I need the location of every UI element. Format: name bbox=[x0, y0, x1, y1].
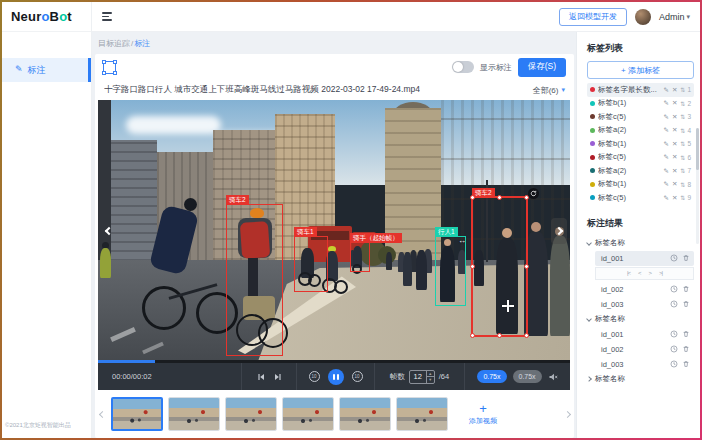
close-icon[interactable]: ✕ bbox=[672, 180, 677, 188]
mute-speaker-icon[interactable] bbox=[548, 372, 558, 382]
result-item[interactable]: id_003 bbox=[595, 357, 694, 372]
edit-icon[interactable]: ✎ bbox=[663, 140, 668, 148]
resize-handle[interactable] bbox=[470, 333, 475, 338]
label-list-item[interactable]: 标签c(5) ✎ ✕ ⇅9 bbox=[587, 191, 694, 205]
edit-icon[interactable]: ✎ bbox=[663, 180, 668, 188]
trash-icon[interactable] bbox=[682, 285, 690, 293]
avatar[interactable] bbox=[635, 9, 651, 25]
edit-icon[interactable]: ✎ bbox=[663, 153, 668, 161]
annotation-box[interactable]: 骑手（起始帧） bbox=[350, 242, 370, 272]
trash-icon[interactable] bbox=[682, 254, 690, 262]
annotation-box[interactable]: 行人1 bbox=[435, 236, 466, 306]
result-group-header[interactable]: 标签名称 bbox=[587, 236, 694, 251]
result-item[interactable]: id_002 bbox=[595, 282, 694, 297]
last-frame-button[interactable]: >| bbox=[659, 270, 662, 276]
resize-handle[interactable] bbox=[524, 264, 529, 269]
resize-handle[interactable] bbox=[497, 195, 502, 200]
label-shortcut[interactable]: ⇅9 bbox=[680, 194, 691, 201]
add-video-button[interactable]: + 添加视频 bbox=[452, 395, 514, 433]
edit-icon[interactable]: ✎ bbox=[663, 99, 668, 107]
label-shortcut[interactable]: ⇅3 bbox=[680, 113, 691, 120]
speed-pill-secondary[interactable]: 0.75x bbox=[513, 370, 542, 383]
sidebar-item-annotate[interactable]: ✎ 标注 bbox=[2, 58, 91, 82]
label-list-item[interactable]: 标签a(2) ✎ ✕ ⇅4 bbox=[587, 124, 694, 138]
label-shortcut[interactable]: ⇅8 bbox=[680, 181, 691, 188]
result-group-header[interactable]: 标签名称 bbox=[587, 372, 694, 387]
filmstrip-left-chevron[interactable] bbox=[97, 412, 107, 417]
next-video-chevron[interactable] bbox=[551, 218, 567, 244]
video-thumbnail[interactable] bbox=[339, 397, 391, 431]
label-shortcut[interactable]: ⇅1 bbox=[680, 86, 691, 93]
edit-icon[interactable]: ✎ bbox=[663, 167, 668, 175]
rotate-handle-icon[interactable] bbox=[528, 188, 539, 199]
resize-handle[interactable] bbox=[497, 333, 502, 338]
rewind-10-icon[interactable]: 10 bbox=[309, 371, 320, 382]
edit-icon[interactable]: ✎ bbox=[663, 113, 668, 121]
frame-number-input[interactable]: 12 ▲▼ bbox=[409, 370, 435, 384]
result-item[interactable]: id_003 bbox=[595, 297, 694, 312]
video-thumbnail[interactable] bbox=[168, 397, 220, 431]
prev-frame-icon[interactable] bbox=[256, 372, 266, 382]
close-icon[interactable]: ✕ bbox=[672, 86, 677, 94]
show-annotation-toggle[interactable] bbox=[452, 61, 474, 73]
bbox-tool-icon[interactable] bbox=[103, 61, 116, 74]
add-label-button[interactable]: + 添加标签 bbox=[587, 61, 694, 79]
clock-icon[interactable] bbox=[670, 360, 678, 368]
trash-icon[interactable] bbox=[682, 330, 690, 338]
progress-bar[interactable] bbox=[98, 360, 570, 363]
prev-frame-button[interactable]: < bbox=[638, 270, 641, 276]
close-icon[interactable]: ✕ bbox=[672, 153, 677, 161]
user-menu[interactable]: Admin ▾ bbox=[659, 12, 690, 22]
label-list-item[interactable]: 标签名字最长数... ✎ ✕ ⇅1 bbox=[587, 83, 694, 97]
resize-handle[interactable] bbox=[470, 195, 475, 200]
trash-icon[interactable] bbox=[682, 360, 690, 368]
next-frame-button[interactable]: > bbox=[649, 270, 652, 276]
clock-icon[interactable] bbox=[670, 285, 678, 293]
trash-icon[interactable] bbox=[682, 300, 690, 308]
result-group-header[interactable]: 标签名称 bbox=[587, 312, 694, 327]
close-icon[interactable]: ✕ bbox=[672, 99, 677, 107]
annotation-box[interactable]: 骑车2 bbox=[226, 204, 283, 356]
label-list-item[interactable]: 标签b(1) ✎ ✕ ⇅5 bbox=[587, 137, 694, 151]
close-icon[interactable]: ✕ bbox=[672, 113, 677, 121]
clock-icon[interactable] bbox=[670, 345, 678, 353]
video-thumbnail[interactable] bbox=[396, 397, 448, 431]
label-shortcut[interactable]: ⇅2 bbox=[680, 100, 691, 107]
label-shortcut[interactable]: ⇅6 bbox=[680, 154, 691, 161]
label-list-item[interactable]: 标签c(5) ✎ ✕ ⇅6 bbox=[587, 151, 694, 165]
filmstrip-right-chevron[interactable] bbox=[562, 412, 572, 417]
trash-icon[interactable] bbox=[682, 345, 690, 353]
video-canvas[interactable]: 骑车2骑车1骑手（起始帧）行人1骑车2 ↔ bbox=[98, 100, 570, 360]
scrollbar[interactable] bbox=[696, 128, 699, 244]
edit-icon[interactable]: ✎ bbox=[663, 86, 668, 94]
speed-pill-primary[interactable]: 0.75x bbox=[477, 370, 506, 383]
video-thumbnail[interactable] bbox=[225, 397, 277, 431]
collapse-menu-icon[interactable] bbox=[102, 12, 113, 21]
first-frame-button[interactable]: |< bbox=[627, 270, 630, 276]
clock-icon[interactable] bbox=[670, 300, 678, 308]
label-shortcut[interactable]: ⇅7 bbox=[680, 167, 691, 174]
next-frame-icon[interactable] bbox=[273, 372, 283, 382]
result-item[interactable]: id_001 bbox=[595, 251, 694, 266]
resize-handle[interactable] bbox=[524, 333, 529, 338]
close-icon[interactable]: ✕ bbox=[672, 140, 677, 148]
clock-icon[interactable] bbox=[670, 254, 678, 262]
resize-handle[interactable] bbox=[470, 264, 475, 269]
label-shortcut[interactable]: ⇅4 bbox=[680, 127, 691, 134]
save-button[interactable]: 保存(S) bbox=[518, 58, 566, 77]
clock-icon[interactable] bbox=[670, 330, 678, 338]
edit-icon[interactable]: ✎ bbox=[663, 194, 668, 202]
label-list-item[interactable]: 标签b(1) ✎ ✕ ⇅2 bbox=[587, 97, 694, 111]
filter-dropdown[interactable]: 全部(6) ▾ bbox=[533, 85, 565, 96]
pause-button[interactable] bbox=[328, 369, 344, 385]
close-icon[interactable]: ✕ bbox=[672, 167, 677, 175]
edit-icon[interactable]: ✎ bbox=[663, 126, 668, 134]
result-item[interactable]: id_002 bbox=[595, 342, 694, 357]
label-list-item[interactable]: 标签b(1) ✎ ✕ ⇅8 bbox=[587, 178, 694, 192]
label-list-item[interactable]: 标签c(5) ✎ ✕ ⇅3 bbox=[587, 110, 694, 124]
result-item[interactable]: id_001 bbox=[595, 327, 694, 342]
forward-10-icon[interactable]: 10 bbox=[352, 371, 363, 382]
spinner-down-icon[interactable]: ▼ bbox=[427, 377, 434, 383]
video-thumbnail[interactable] bbox=[111, 397, 163, 431]
annotation-box[interactable]: 骑车1 bbox=[294, 236, 328, 292]
